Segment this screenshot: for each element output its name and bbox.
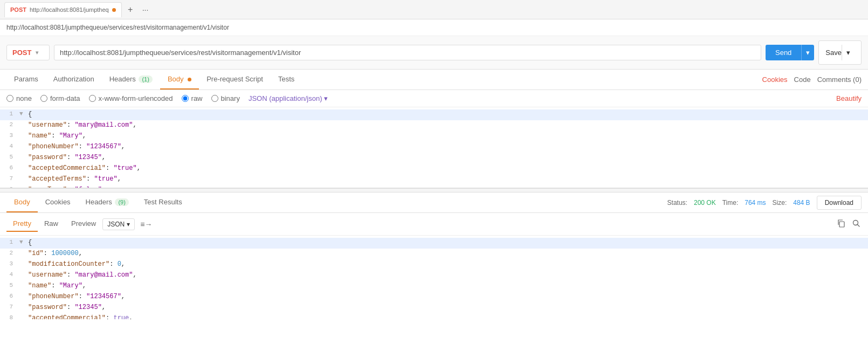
url-input[interactable]: [54, 45, 761, 60]
code-line-2: 2 "username": "mary@mail.com",: [0, 120, 868, 131]
code-line-6: 6 "acceptedCommercial": "true",: [0, 163, 868, 174]
code-link[interactable]: Code: [794, 75, 811, 84]
section-divider: [0, 188, 868, 192]
radio-form-data[interactable]: [40, 95, 47, 102]
resp-format-select-wrapper: JSON ▾ ≡→: [102, 218, 153, 230]
breadcrumb: http://localhost:8081/jumpthequeue/servi…: [0, 19, 868, 36]
response-tabs: Body Cookies Headers (9) Test Results: [6, 192, 190, 212]
radio-binary[interactable]: [211, 95, 218, 102]
code-line-1: 1 ▼ {: [0, 109, 868, 120]
headers-badge: (1): [139, 75, 152, 83]
request-code-editor[interactable]: 1 ▼ { 2 "username": "mary@mail.com", 3 "…: [0, 107, 868, 188]
resp-code-line-7: 7 "password": "12345",: [0, 302, 868, 313]
body-active-dot: [188, 78, 191, 81]
resp-format-pretty[interactable]: Pretty: [6, 216, 38, 232]
body-options: none form-data x-www-form-urlencoded raw…: [0, 90, 868, 107]
resp-headers-badge: (9): [115, 198, 128, 206]
send-button[interactable]: Send ▾: [766, 45, 814, 60]
status-value: 200 OK: [694, 199, 716, 207]
status-label: Status:: [667, 199, 687, 207]
radio-none[interactable]: [6, 95, 13, 102]
tab-method: POST: [10, 6, 26, 13]
tab-url: http://localhost:8081/jumptheq: [30, 6, 109, 13]
resp-format-select[interactable]: JSON ▾: [102, 218, 135, 230]
body-options-left: none form-data x-www-form-urlencoded raw…: [6, 94, 328, 102]
code-line-4: 4 "phoneNumber": "1234567",: [0, 142, 868, 153]
send-label: Send: [766, 45, 801, 60]
resp-code-line-5: 5 "name": "Mary",: [0, 281, 868, 292]
resp-code-line-2: 2 "id": 1000000,: [0, 249, 868, 259]
resp-code-line-6: 6 "phoneNumber": "1234567",: [0, 292, 868, 302]
resp-format-raw[interactable]: Raw: [38, 216, 65, 232]
option-urlencoded[interactable]: x-www-form-urlencoded: [89, 94, 173, 102]
send-arrow-icon[interactable]: ▾: [801, 45, 814, 60]
response-header: Body Cookies Headers (9) Test Results St…: [0, 192, 868, 213]
code-line-5: 5 "password": "12345",: [0, 153, 868, 163]
json-format-select[interactable]: JSON (application/json) ▾: [249, 94, 328, 102]
tab-body[interactable]: Body: [160, 70, 199, 90]
json-arrow-icon: ▾: [324, 94, 328, 102]
save-button[interactable]: Save ▾: [818, 40, 862, 65]
size-value: 484 B: [793, 199, 810, 207]
resp-code-line-8: 8 "acceptedCommercial": true,: [0, 313, 868, 319]
time-value: 764 ms: [745, 199, 766, 207]
more-tabs-button[interactable]: ···: [139, 4, 152, 15]
request-bar: POST ▾ Send ▾ Save ▾: [0, 36, 868, 70]
request-tabs-left: Params Authorization Headers (1) Body Pr…: [6, 70, 302, 90]
option-binary[interactable]: binary: [211, 94, 240, 102]
resp-code-line-3: 3 "modificationCounter": 0,: [0, 259, 868, 270]
size-label: Size:: [773, 199, 787, 207]
resp-tab-cookies[interactable]: Cookies: [38, 192, 78, 212]
svg-line-2: [858, 225, 860, 227]
resp-tab-headers[interactable]: Headers (9): [78, 192, 136, 212]
resp-tab-test-results[interactable]: Test Results: [136, 192, 190, 212]
option-none[interactable]: none: [6, 94, 32, 102]
request-tabs-right: Cookies Code Comments (0): [762, 75, 862, 84]
response-code-editor[interactable]: 1 ▼ { 2 "id": 1000000, 3 "modificationCo…: [0, 236, 868, 319]
save-arrow-icon[interactable]: ▾: [842, 45, 855, 60]
option-raw[interactable]: raw: [182, 94, 203, 102]
response-format-row: Pretty Raw Preview JSON ▾ ≡→: [0, 213, 868, 236]
resp-format-tabs: Pretty Raw Preview JSON ▾ ≡→: [6, 216, 153, 232]
format-arrow-icon: ▾: [127, 221, 130, 228]
tab-bar: POST http://localhost:8081/jumptheq + ··…: [0, 0, 868, 19]
tab-modified-dot: [112, 8, 116, 12]
tab-params[interactable]: Params: [6, 70, 46, 90]
wrap-icon[interactable]: ≡→: [139, 219, 153, 230]
resp-tab-body[interactable]: Body: [6, 192, 38, 212]
download-button[interactable]: Download: [817, 196, 862, 210]
search-icon[interactable]: [851, 218, 862, 230]
new-tab-button[interactable]: +: [124, 3, 137, 16]
request-tabs-row: Params Authorization Headers (1) Body Pr…: [0, 70, 868, 90]
tab-tests[interactable]: Tests: [271, 70, 302, 90]
active-tab[interactable]: POST http://localhost:8081/jumptheq: [4, 2, 122, 17]
tab-headers[interactable]: Headers (1): [102, 70, 160, 90]
time-label: Time:: [722, 199, 739, 207]
code-line-3: 3 "name": "Mary",: [0, 131, 868, 142]
tab-authorization[interactable]: Authorization: [46, 70, 102, 90]
svg-rect-0: [839, 222, 844, 227]
tab-prerequest[interactable]: Pre-request Script: [199, 70, 271, 90]
comments-link[interactable]: Comments (0): [817, 75, 862, 84]
radio-urlencoded[interactable]: [89, 95, 96, 102]
radio-raw[interactable]: [182, 95, 189, 102]
save-label: Save: [825, 49, 842, 57]
response-icons: [836, 218, 862, 230]
beautify-button[interactable]: Beautify: [836, 94, 862, 102]
resp-code-line-4: 4 "username": "mary@mail.com",: [0, 270, 868, 281]
method-arrow-icon: ▾: [36, 50, 38, 56]
cookies-link[interactable]: Cookies: [762, 75, 788, 84]
code-line-7: 7 "acceptedTerms": "true",: [0, 174, 868, 185]
copy-icon[interactable]: [836, 218, 846, 230]
method-label: POST: [12, 49, 31, 57]
method-select[interactable]: POST ▾: [6, 45, 50, 60]
resp-format-preview[interactable]: Preview: [65, 216, 102, 232]
response-status: Status: 200 OK Time: 764 ms Size: 484 B …: [667, 196, 862, 210]
resp-code-line-1: 1 ▼ {: [0, 238, 868, 249]
option-form-data[interactable]: form-data: [40, 94, 80, 102]
